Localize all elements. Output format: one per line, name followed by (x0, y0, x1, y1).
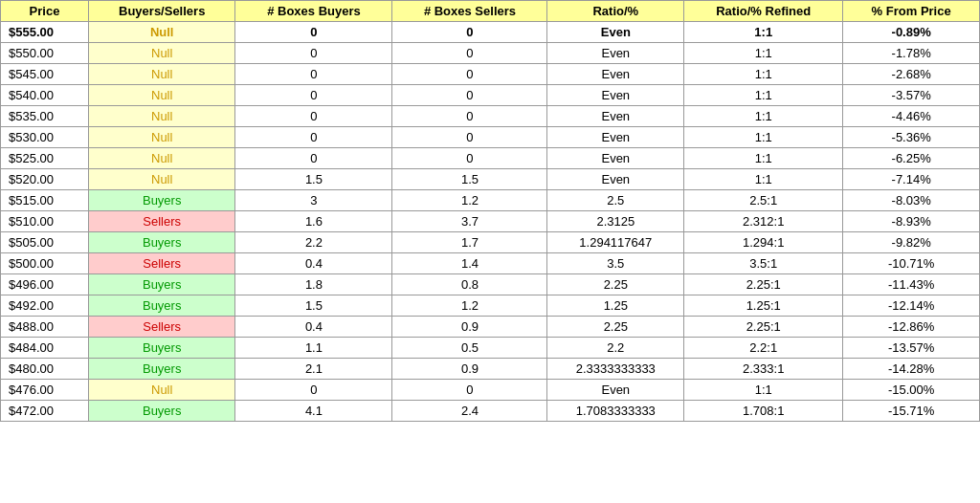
from-price-cell: -12.14% (843, 295, 980, 317)
boxes-sellers-cell: 0 (392, 148, 547, 169)
price-cell: $505.00 (1, 232, 89, 253)
buyers-sellers-cell: Null (89, 85, 235, 106)
ratio-cell: Even (547, 169, 684, 190)
boxes-buyers-cell: 2.2 (235, 232, 392, 253)
boxes-sellers-cell: 0 (392, 22, 547, 43)
column-header: # Boxes Buyers (235, 1, 392, 22)
ratio-refined-cell: 1:1 (684, 127, 843, 148)
price-cell: $492.00 (1, 295, 89, 317)
buyers-sellers-cell: Sellers (89, 317, 235, 338)
from-price-cell: -12.86% (843, 317, 980, 338)
buyers-sellers-cell: Null (89, 127, 235, 148)
column-header: % From Price (843, 1, 980, 22)
price-cell: $525.00 (1, 148, 89, 169)
main-table: PriceBuyers/Sellers# Boxes Buyers# Boxes… (0, 0, 980, 422)
price-cell: $555.00 (1, 22, 89, 43)
ratio-refined-cell: 2.25:1 (684, 274, 843, 295)
from-price-cell: -8.03% (843, 190, 980, 211)
from-price-cell: -7.14% (843, 169, 980, 190)
boxes-sellers-cell: 1.4 (392, 253, 547, 274)
ratio-refined-cell: 1:1 (684, 380, 843, 401)
boxes-buyers-cell: 0.4 (235, 253, 392, 274)
boxes-buyers-cell: 0 (235, 64, 392, 85)
price-cell: $472.00 (1, 401, 89, 422)
from-price-cell: -3.57% (843, 85, 980, 106)
boxes-buyers-cell: 0 (235, 22, 392, 43)
ratio-cell: Even (547, 22, 684, 43)
ratio-cell: 3.5 (547, 253, 684, 274)
from-price-cell: -9.82% (843, 232, 980, 253)
boxes-sellers-cell: 0 (392, 106, 547, 127)
boxes-buyers-cell: 4.1 (235, 401, 392, 422)
price-cell: $545.00 (1, 64, 89, 85)
buyers-sellers-cell: Buyers (89, 338, 235, 359)
table-row: $500.00Sellers0.41.43.53.5:1-10.71% (1, 253, 980, 274)
buyers-sellers-cell: Buyers (89, 295, 235, 317)
ratio-cell: 2.3125 (547, 211, 684, 232)
table-row: $484.00Buyers1.10.52.22.2:1-13.57% (1, 338, 980, 359)
table-row: $525.00Null00Even1:1-6.25% (1, 148, 980, 169)
ratio-refined-cell: 1.708:1 (684, 401, 843, 422)
buyers-sellers-cell: Null (89, 64, 235, 85)
buyers-sellers-cell: Null (89, 22, 235, 43)
price-cell: $520.00 (1, 169, 89, 190)
buyers-sellers-cell: Sellers (89, 211, 235, 232)
price-cell: $488.00 (1, 317, 89, 338)
table-row: $540.00Null00Even1:1-3.57% (1, 85, 980, 106)
ratio-cell: Even (547, 64, 684, 85)
boxes-sellers-cell: 0.9 (392, 359, 547, 380)
buyers-sellers-cell: Null (89, 43, 235, 64)
boxes-buyers-cell: 0 (235, 127, 392, 148)
from-price-cell: -14.28% (843, 359, 980, 380)
price-cell: $476.00 (1, 380, 89, 401)
boxes-buyers-cell: 1.5 (235, 295, 392, 317)
ratio-refined-cell: 1:1 (684, 85, 843, 106)
boxes-sellers-cell: 0.9 (392, 317, 547, 338)
ratio-refined-cell: 2.312:1 (684, 211, 843, 232)
boxes-buyers-cell: 0 (235, 148, 392, 169)
price-cell: $540.00 (1, 85, 89, 106)
table-row: $510.00Sellers1.63.72.31252.312:1-8.93% (1, 211, 980, 232)
buyers-sellers-cell: Null (89, 169, 235, 190)
from-price-cell: -0.89% (843, 22, 980, 43)
from-price-cell: -8.93% (843, 211, 980, 232)
boxes-buyers-cell: 1.1 (235, 338, 392, 359)
boxes-buyers-cell: 3 (235, 190, 392, 211)
ratio-cell: Even (547, 380, 684, 401)
from-price-cell: -10.71% (843, 253, 980, 274)
ratio-cell: 2.3333333333 (547, 359, 684, 380)
buyers-sellers-cell: Buyers (89, 232, 235, 253)
table-row: $520.00Null1.51.5Even1:1-7.14% (1, 169, 980, 190)
price-cell: $480.00 (1, 359, 89, 380)
boxes-buyers-cell: 0 (235, 43, 392, 64)
boxes-sellers-cell: 1.2 (392, 295, 547, 317)
ratio-refined-cell: 1.294:1 (684, 232, 843, 253)
price-cell: $496.00 (1, 274, 89, 295)
ratio-cell: Even (547, 106, 684, 127)
from-price-cell: -6.25% (843, 148, 980, 169)
ratio-refined-cell: 2.333:1 (684, 359, 843, 380)
buyers-sellers-cell: Buyers (89, 401, 235, 422)
from-price-cell: -1.78% (843, 43, 980, 64)
price-cell: $550.00 (1, 43, 89, 64)
boxes-sellers-cell: 0.5 (392, 338, 547, 359)
ratio-cell: 1.25 (547, 295, 684, 317)
ratio-refined-cell: 1:1 (684, 22, 843, 43)
ratio-cell: 1.7083333333 (547, 401, 684, 422)
table-row: $496.00Buyers1.80.82.252.25:1-11.43% (1, 274, 980, 295)
ratio-refined-cell: 3.5:1 (684, 253, 843, 274)
ratio-cell: 2.25 (547, 317, 684, 338)
buyers-sellers-cell: Null (89, 380, 235, 401)
boxes-buyers-cell: 0 (235, 85, 392, 106)
price-cell: $500.00 (1, 253, 89, 274)
table-row: $515.00Buyers31.22.52.5:1-8.03% (1, 190, 980, 211)
buyers-sellers-cell: Buyers (89, 190, 235, 211)
buyers-sellers-cell: Null (89, 148, 235, 169)
ratio-cell: Even (547, 127, 684, 148)
column-header: # Boxes Sellers (392, 1, 547, 22)
price-cell: $530.00 (1, 127, 89, 148)
boxes-sellers-cell: 0 (392, 43, 547, 64)
price-cell: $484.00 (1, 338, 89, 359)
ratio-cell: 2.5 (547, 190, 684, 211)
from-price-cell: -4.46% (843, 106, 980, 127)
